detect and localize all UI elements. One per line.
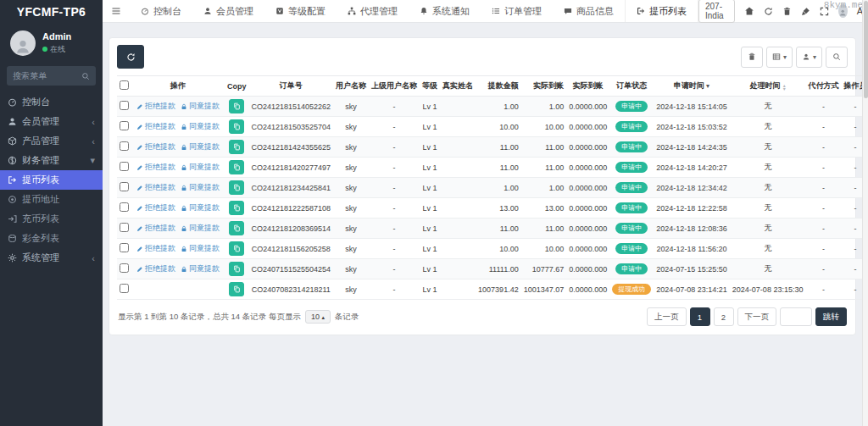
status-badge: 申请中 (615, 121, 648, 133)
row-checkbox[interactable] (120, 202, 129, 212)
reject-withdraw-link[interactable]: 拒绝提款 (136, 202, 175, 213)
operation-cell: 拒绝提款同意提款 (131, 198, 225, 219)
approve-withdraw-link[interactable]: 同意提款 (181, 101, 220, 112)
table-refresh-button[interactable] (117, 45, 144, 69)
region-button[interactable]: 207-India (698, 0, 735, 23)
approve-withdraw-link[interactable]: 同意提款 (181, 202, 220, 213)
page-jump-input[interactable] (780, 307, 812, 326)
table-row: 拒绝提款同意提款CO2412181208369514sky-Lv 111.001… (117, 219, 868, 239)
reject-withdraw-link[interactable]: 拒绝提款 (136, 223, 175, 234)
table-head: 操作Copy订单号用户名称上级用户名称等级真实姓名提款金额实际到账实际到账订单状… (117, 76, 868, 97)
nav-tab-user[interactable]: 会员管理 (192, 0, 264, 22)
amount-cell: 11.00 (476, 158, 521, 178)
reject-withdraw-link[interactable]: 拒绝提款 (136, 162, 175, 173)
prev-page-button[interactable]: 上一页 (647, 307, 687, 326)
actual-amount2-cell: 0.0000.000 (566, 137, 609, 158)
nav-tab-levels[interactable]: 等级配置 (264, 0, 337, 22)
reject-withdraw-link[interactable]: 拒绝提款 (136, 141, 175, 152)
reject-withdraw-link[interactable]: 拒绝提款 (136, 263, 175, 274)
copy-button[interactable] (229, 140, 244, 154)
reject-withdraw-link[interactable]: 拒绝提款 (136, 101, 175, 112)
reject-withdraw-link[interactable]: 拒绝提款 (136, 182, 175, 193)
copy-button[interactable] (229, 262, 244, 276)
page-jump-button[interactable]: 跳转 (815, 307, 847, 326)
sidebar-item-money[interactable]: 财务管理▾ (0, 151, 103, 170)
columns-button[interactable]: ▾ (766, 47, 793, 68)
sidebar-search-input[interactable] (13, 71, 81, 80)
sidebar-item-gear[interactable]: 系统管理‹ (0, 248, 103, 268)
next-page-button[interactable]: 下一页 (737, 307, 777, 326)
search-button[interactable] (826, 47, 848, 68)
nav-tab-gauge[interactable]: 控制台 (130, 0, 192, 22)
row-checkbox[interactable] (120, 243, 129, 252)
copy-cell (225, 158, 249, 178)
pencil-icon (136, 266, 143, 273)
approve-withdraw-link[interactable]: 同意提款 (181, 141, 220, 152)
sidebar-item-label: 控制台 (22, 96, 95, 108)
sidebar-item-address[interactable]: 提币地址 (0, 190, 103, 209)
panel-toolbar: ▾ ▾ (117, 45, 848, 69)
row-select-cell (117, 219, 131, 239)
approve-withdraw-link[interactable]: 同意提款 (181, 162, 220, 173)
select-all-checkbox[interactable] (120, 80, 129, 90)
reject-withdraw-link[interactable]: 拒绝提款 (136, 243, 175, 254)
row-checkbox[interactable] (120, 223, 129, 232)
search-icon[interactable] (81, 72, 90, 80)
home-icon[interactable] (744, 6, 754, 16)
page-button-1[interactable]: 1 (690, 307, 710, 326)
page-size-select[interactable]: 10 ▴ (305, 310, 331, 324)
nav-tab-bell[interactable]: 系统通知 (409, 0, 481, 22)
nav-tab-chat[interactable]: 商品信息 (553, 0, 625, 22)
export-button[interactable]: ▾ (796, 47, 822, 68)
row-checkbox[interactable] (120, 141, 129, 151)
sidebar-item-deposit[interactable]: 充币列表 (0, 209, 103, 229)
gear-icon (8, 253, 17, 263)
copy-button[interactable] (229, 221, 244, 235)
sort-icon[interactable]: ▴▾ (783, 84, 786, 91)
apply-time-cell: 2024-12-18 15:14:05 (654, 97, 730, 117)
sidebar-item-user[interactable]: 会员管理‹ (0, 112, 103, 131)
reject-withdraw-label: 拒绝提款 (145, 162, 175, 173)
row-checkbox[interactable] (120, 182, 129, 191)
sidebar-item-signout[interactable]: 提币列表 (0, 170, 103, 190)
approve-withdraw-link[interactable]: 同意提款 (181, 243, 220, 254)
copy-button[interactable] (229, 180, 244, 195)
nav-tab-signout[interactable]: 提币列表 (625, 0, 698, 22)
row-checkbox[interactable] (120, 162, 129, 171)
sidebar-item-box[interactable]: 产品管理‹ (0, 131, 103, 151)
copy-button[interactable] (229, 241, 244, 256)
sort-desc-icon[interactable]: ▾ (706, 82, 709, 90)
amount-cell: 1.00 (476, 178, 521, 198)
copy-button[interactable] (229, 201, 244, 215)
reject-withdraw-link[interactable]: 拒绝提款 (136, 121, 175, 132)
amount-cell: 1.00 (476, 97, 521, 117)
copy-button[interactable] (229, 119, 244, 134)
approve-withdraw-link[interactable]: 同意提款 (181, 223, 220, 234)
row-checkbox[interactable] (120, 284, 129, 293)
trash-icon[interactable] (782, 7, 792, 16)
sidebar-search[interactable] (7, 66, 96, 86)
row-checkbox[interactable] (120, 101, 129, 110)
row-checkbox[interactable] (120, 263, 129, 273)
sidebar-item-gauge[interactable]: 控制台 (0, 92, 103, 112)
refresh-icon[interactable] (764, 7, 773, 16)
page-button-2[interactable]: 2 (714, 307, 734, 326)
approve-withdraw-link[interactable]: 同意提款 (181, 182, 220, 193)
real-name-cell (440, 97, 476, 117)
copy-button[interactable] (229, 282, 244, 296)
nav-tab-sitemap[interactable]: 代理管理 (337, 0, 409, 22)
copy-icon (233, 163, 241, 171)
chevron-left-icon: ‹ (92, 117, 95, 127)
sidebar-item-bonus[interactable]: 彩金列表 (0, 229, 103, 248)
approve-withdraw-link[interactable]: 同意提款 (181, 121, 220, 132)
menu-toggle-icon[interactable] (103, 6, 130, 16)
nav-tab-list[interactable]: 订单管理 (481, 0, 553, 22)
toggle-pagination-button[interactable] (741, 47, 763, 68)
row-checkbox[interactable] (120, 121, 129, 130)
copy-button[interactable] (229, 160, 244, 174)
approve-withdraw-link[interactable]: 同意提款 (181, 263, 220, 274)
scrollbar-thumb[interactable] (864, 1, 868, 98)
copy-button[interactable] (229, 99, 244, 113)
clean-icon[interactable] (801, 7, 810, 16)
vertical-scrollbar[interactable] (862, 0, 868, 426)
